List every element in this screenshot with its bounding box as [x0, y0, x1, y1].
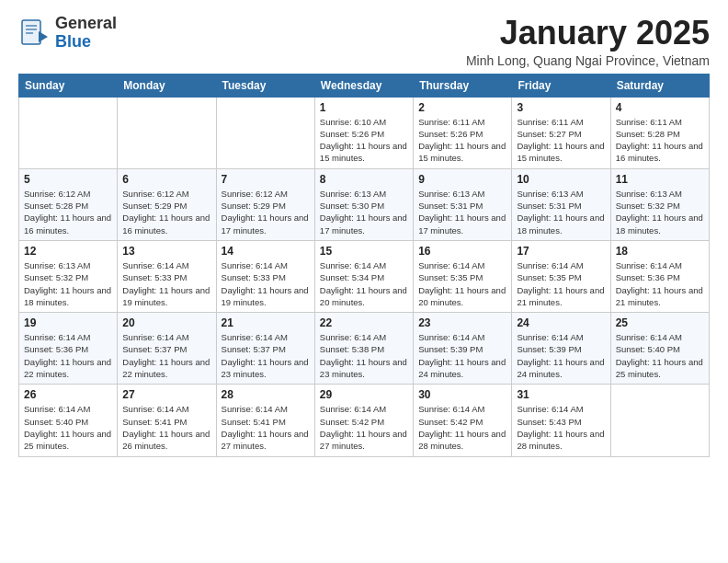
calendar-cell: 17Sunrise: 6:14 AMSunset: 5:35 PMDayligh…	[512, 240, 610, 312]
calendar-cell	[19, 97, 118, 168]
calendar-cell: 9Sunrise: 6:13 AMSunset: 5:31 PMDaylight…	[414, 168, 512, 240]
day-info: Sunrise: 6:14 AMSunset: 5:33 PMDaylight:…	[222, 259, 310, 308]
day-number: 19	[24, 316, 112, 329]
title-month: January 2025	[466, 15, 710, 52]
day-number: 21	[222, 316, 310, 329]
day-number: 1	[320, 101, 408, 114]
day-info: Sunrise: 6:14 AMSunset: 5:35 PMDaylight:…	[517, 259, 605, 308]
calendar-cell: 19Sunrise: 6:14 AMSunset: 5:36 PMDayligh…	[19, 313, 118, 385]
day-info: Sunrise: 6:14 AMSunset: 5:41 PMDaylight:…	[122, 403, 210, 452]
day-number: 2	[418, 101, 506, 114]
calendar-cell: 11Sunrise: 6:13 AMSunset: 5:32 PMDayligh…	[610, 168, 709, 240]
calendar-cell: 13Sunrise: 6:14 AMSunset: 5:33 PMDayligh…	[118, 240, 216, 312]
calendar-header: Sunday Monday Tuesday Wednesday Thursday…	[19, 74, 710, 97]
calendar-cell: 6Sunrise: 6:12 AMSunset: 5:29 PMDaylight…	[118, 168, 216, 240]
day-info: Sunrise: 6:14 AMSunset: 5:34 PMDaylight:…	[320, 259, 408, 308]
header: General Blue January 2025 Minh Long, Qua…	[18, 15, 710, 68]
day-info: Sunrise: 6:11 AMSunset: 5:27 PMDaylight:…	[517, 116, 605, 165]
calendar-cell: 31Sunrise: 6:14 AMSunset: 5:43 PMDayligh…	[512, 385, 610, 456]
calendar-cell: 26Sunrise: 6:14 AMSunset: 5:40 PMDayligh…	[19, 385, 118, 456]
day-info: Sunrise: 6:12 AMSunset: 5:29 PMDaylight:…	[222, 188, 310, 236]
day-info: Sunrise: 6:14 AMSunset: 5:35 PMDaylight:…	[418, 259, 506, 308]
day-info: Sunrise: 6:12 AMSunset: 5:29 PMDaylight:…	[122, 188, 210, 236]
day-number: 22	[320, 316, 408, 329]
day-info: Sunrise: 6:14 AMSunset: 5:40 PMDaylight:…	[24, 403, 112, 452]
calendar-cell: 12Sunrise: 6:13 AMSunset: 5:32 PMDayligh…	[19, 240, 118, 312]
logo-text: General Blue	[55, 15, 117, 52]
day-number: 16	[418, 245, 506, 258]
day-info: Sunrise: 6:14 AMSunset: 5:37 PMDaylight:…	[122, 331, 210, 380]
col-sunday: Sunday	[19, 74, 118, 97]
day-number: 6	[122, 173, 210, 186]
day-number: 5	[24, 173, 112, 186]
calendar-week-5: 26Sunrise: 6:14 AMSunset: 5:40 PMDayligh…	[19, 385, 710, 456]
day-info: Sunrise: 6:11 AMSunset: 5:28 PMDaylight:…	[616, 116, 704, 165]
svg-rect-1	[22, 20, 40, 44]
day-number: 25	[616, 316, 704, 329]
calendar-cell: 4Sunrise: 6:11 AMSunset: 5:28 PMDaylight…	[610, 97, 709, 168]
calendar-cell: 30Sunrise: 6:14 AMSunset: 5:42 PMDayligh…	[414, 385, 512, 456]
day-number: 27	[122, 388, 210, 401]
day-number: 23	[418, 316, 506, 329]
day-number: 17	[517, 245, 605, 258]
logo-icon	[18, 17, 51, 50]
calendar-cell	[118, 97, 216, 168]
calendar-cell: 2Sunrise: 6:11 AMSunset: 5:26 PMDaylight…	[414, 97, 512, 168]
calendar-body: 1Sunrise: 6:10 AMSunset: 5:26 PMDaylight…	[19, 97, 710, 456]
col-friday: Friday	[512, 74, 610, 97]
calendar-cell: 3Sunrise: 6:11 AMSunset: 5:27 PMDaylight…	[512, 97, 610, 168]
day-info: Sunrise: 6:14 AMSunset: 5:36 PMDaylight:…	[24, 331, 112, 380]
day-number: 28	[222, 388, 310, 401]
day-info: Sunrise: 6:14 AMSunset: 5:37 PMDaylight:…	[222, 331, 310, 380]
day-number: 9	[418, 173, 506, 186]
day-info: Sunrise: 6:12 AMSunset: 5:28 PMDaylight:…	[24, 188, 112, 236]
day-number: 26	[24, 388, 112, 401]
col-monday: Monday	[118, 74, 216, 97]
day-info: Sunrise: 6:13 AMSunset: 5:31 PMDaylight:…	[517, 188, 605, 236]
day-number: 14	[222, 245, 310, 258]
day-number: 11	[616, 173, 704, 186]
day-number: 4	[616, 101, 704, 114]
day-info: Sunrise: 6:14 AMSunset: 5:43 PMDaylight:…	[517, 403, 605, 452]
calendar-table: Sunday Monday Tuesday Wednesday Thursday…	[18, 74, 710, 457]
calendar-cell: 29Sunrise: 6:14 AMSunset: 5:42 PMDayligh…	[314, 385, 413, 456]
day-number: 13	[122, 245, 210, 258]
day-info: Sunrise: 6:14 AMSunset: 5:42 PMDaylight:…	[320, 403, 408, 452]
calendar-week-2: 5Sunrise: 6:12 AMSunset: 5:28 PMDaylight…	[19, 168, 710, 240]
calendar-cell: 15Sunrise: 6:14 AMSunset: 5:34 PMDayligh…	[314, 240, 413, 312]
calendar-cell: 21Sunrise: 6:14 AMSunset: 5:37 PMDayligh…	[216, 313, 314, 385]
day-number: 3	[517, 101, 605, 114]
title-block: January 2025 Minh Long, Quang Ngai Provi…	[466, 15, 710, 68]
day-number: 12	[24, 245, 112, 258]
col-wednesday: Wednesday	[314, 74, 413, 97]
page: General Blue January 2025 Minh Long, Qua…	[0, 0, 728, 563]
day-number: 24	[517, 316, 605, 329]
calendar-cell: 8Sunrise: 6:13 AMSunset: 5:30 PMDaylight…	[314, 168, 413, 240]
day-info: Sunrise: 6:13 AMSunset: 5:32 PMDaylight:…	[616, 188, 704, 236]
calendar-cell: 5Sunrise: 6:12 AMSunset: 5:28 PMDaylight…	[19, 168, 118, 240]
day-info: Sunrise: 6:13 AMSunset: 5:31 PMDaylight:…	[418, 188, 506, 236]
day-number: 10	[517, 173, 605, 186]
day-info: Sunrise: 6:14 AMSunset: 5:36 PMDaylight:…	[616, 259, 704, 308]
calendar-cell: 7Sunrise: 6:12 AMSunset: 5:29 PMDaylight…	[216, 168, 314, 240]
title-location: Minh Long, Quang Ngai Province, Vietnam	[466, 53, 710, 68]
calendar-cell: 25Sunrise: 6:14 AMSunset: 5:40 PMDayligh…	[610, 313, 709, 385]
day-info: Sunrise: 6:14 AMSunset: 5:40 PMDaylight:…	[616, 331, 704, 380]
calendar-week-3: 12Sunrise: 6:13 AMSunset: 5:32 PMDayligh…	[19, 240, 710, 312]
calendar-cell	[610, 385, 709, 456]
header-row: Sunday Monday Tuesday Wednesday Thursday…	[19, 74, 710, 97]
calendar-cell	[216, 97, 314, 168]
calendar-cell: 16Sunrise: 6:14 AMSunset: 5:35 PMDayligh…	[414, 240, 512, 312]
day-number: 18	[616, 245, 704, 258]
day-info: Sunrise: 6:14 AMSunset: 5:39 PMDaylight:…	[418, 331, 506, 380]
calendar-week-4: 19Sunrise: 6:14 AMSunset: 5:36 PMDayligh…	[19, 313, 710, 385]
calendar-cell: 22Sunrise: 6:14 AMSunset: 5:38 PMDayligh…	[314, 313, 413, 385]
day-number: 15	[320, 245, 408, 258]
day-info: Sunrise: 6:14 AMSunset: 5:39 PMDaylight:…	[517, 331, 605, 380]
calendar-cell: 28Sunrise: 6:14 AMSunset: 5:41 PMDayligh…	[216, 385, 314, 456]
col-saturday: Saturday	[610, 74, 709, 97]
day-number: 8	[320, 173, 408, 186]
day-number: 7	[222, 173, 310, 186]
day-info: Sunrise: 6:11 AMSunset: 5:26 PMDaylight:…	[418, 116, 506, 165]
day-info: Sunrise: 6:14 AMSunset: 5:41 PMDaylight:…	[222, 403, 310, 452]
